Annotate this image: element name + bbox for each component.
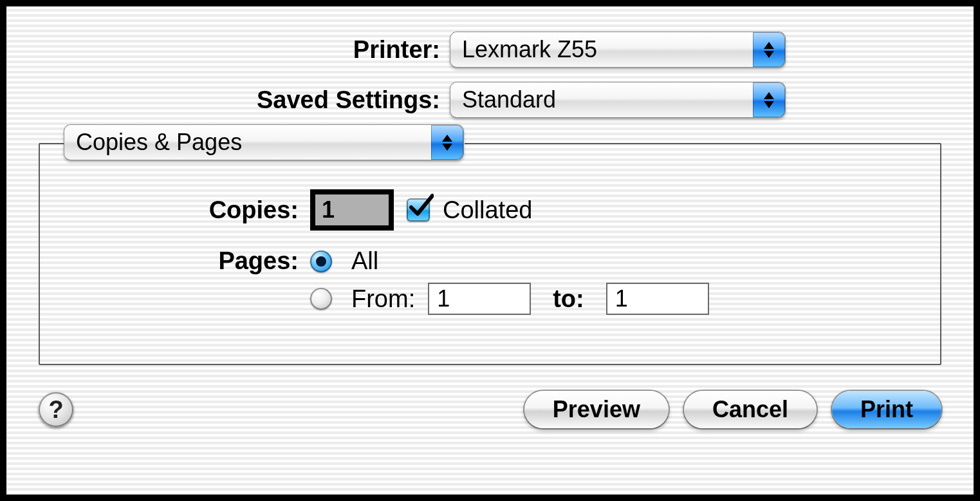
saved-settings-row: Saved Settings: Standard (39, 82, 941, 117)
pages-from-input[interactable]: 1 (428, 283, 531, 315)
help-button[interactable]: ? (39, 392, 73, 427)
cancel-button[interactable]: Cancel (684, 391, 817, 428)
printer-label: Printer: (39, 36, 450, 64)
print-dialog: Printer: Lexmark Z55 Saved Settings: Sta… (5, 5, 975, 496)
section-select[interactable]: Copies & Pages (64, 125, 463, 160)
pages-row-all: Pages: All (66, 247, 914, 275)
pages-from-label: From: (351, 285, 415, 313)
copies-row: Copies: 1 Collated (66, 189, 914, 231)
pages-from-radio[interactable] (310, 288, 332, 310)
pages-label: Pages: (66, 247, 310, 275)
collated-label: Collated (443, 196, 532, 224)
printer-row: Printer: Lexmark Z55 (39, 32, 941, 67)
print-button[interactable]: Print (832, 391, 941, 428)
cancel-button-label: Cancel (712, 396, 788, 423)
copies-input[interactable]: 1 (310, 189, 394, 231)
copies-pages-group: Copies & Pages Copies: 1 (39, 143, 941, 365)
section-value: Copies & Pages (76, 129, 242, 156)
collated-checkbox[interactable] (407, 198, 430, 222)
printer-select[interactable]: Lexmark Z55 (450, 32, 785, 67)
pages-to-input[interactable]: 1 (606, 283, 709, 315)
saved-settings-label: Saved Settings: (39, 86, 450, 114)
pages-to-label: to: (553, 285, 584, 313)
pages-all-radio[interactable] (310, 250, 332, 272)
check-icon (408, 193, 434, 219)
saved-settings-value: Standard (462, 86, 556, 113)
pages-all-label: All (351, 247, 378, 275)
printer-value: Lexmark Z55 (462, 36, 597, 63)
help-icon: ? (48, 396, 63, 424)
updown-icon (431, 125, 463, 160)
print-button-label: Print (860, 396, 913, 423)
updown-icon (753, 82, 785, 117)
copies-label: Copies: (66, 196, 310, 224)
preview-button[interactable]: Preview (524, 391, 669, 428)
dialog-button-bar: ? Preview Cancel Print (39, 391, 941, 428)
updown-icon (753, 32, 785, 67)
preview-button-label: Preview (553, 396, 640, 423)
pages-row-from: From: 1 to: 1 (66, 283, 914, 315)
saved-settings-select[interactable]: Standard (450, 82, 785, 117)
